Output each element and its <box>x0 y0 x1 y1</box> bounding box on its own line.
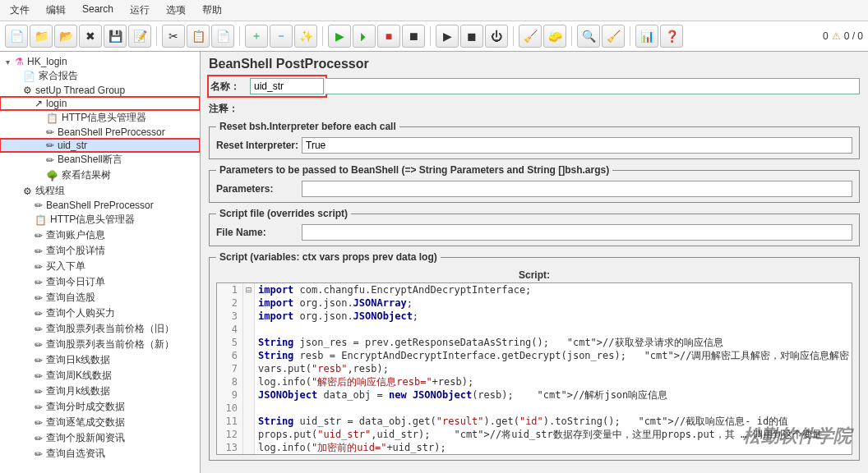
tree-item[interactable]: ✏查询周K线数据 <box>0 368 200 383</box>
menu-run[interactable]: 运行 <box>127 2 153 19</box>
tree-label: 查询个人购买力 <box>46 306 115 320</box>
code-line[interactable]: 1⊟import com.changfu.EncryptAndDecryptIn… <box>217 283 852 296</box>
tree-item[interactable]: ✏查询个股新闻资讯 <box>0 430 200 446</box>
tree-item[interactable]: ✏查询自选股 <box>0 290 200 305</box>
tree-label: uid_str <box>58 140 87 151</box>
save-as-icon[interactable]: 📝 <box>128 25 151 48</box>
clear-all-icon[interactable]: 🧽 <box>543 25 566 48</box>
stop-icon[interactable]: ■ <box>377 25 400 48</box>
remote-start-icon[interactable]: ▶ <box>436 25 459 48</box>
cut-icon[interactable]: ✂ <box>162 25 185 48</box>
tree-label: 查询今日订单 <box>46 275 105 289</box>
tree-item[interactable]: ✏BeanShell PreProcessor <box>0 199 200 212</box>
code-line[interactable]: 3import org.json.JSONObject; <box>217 310 852 323</box>
tree-item[interactable]: ✏查询股票列表当前价格（旧） <box>0 321 200 337</box>
tree-item[interactable]: ✏查询个股详情 <box>0 243 200 259</box>
menu-help[interactable]: 帮助 <box>199 2 225 19</box>
fieldset-file: Script file (overrides script) File Name… <box>209 208 860 246</box>
tree-item[interactable]: ✏查询逐笔成交数据 <box>0 415 200 430</box>
file-input[interactable] <box>302 224 852 241</box>
tree-item[interactable]: 📋HTTP信息头管理器 <box>0 110 200 126</box>
tree-item[interactable]: 📄家合报告 <box>0 68 200 84</box>
templates-icon[interactable]: 📁 <box>30 25 53 48</box>
code-line[interactable]: 12props.put("uid_str",uid_str); "cmt">//… <box>217 428 852 441</box>
tree-item[interactable]: ✏查询月k线数据 <box>0 383 200 399</box>
code-line[interactable]: 13log.info("加密前的uid="+uid_str); <box>217 441 852 454</box>
code-line[interactable]: 8log.info("解密后的响应信息resb="+resb); <box>217 375 852 388</box>
tree-icon: ✏ <box>35 370 43 382</box>
tree-icon: ✏ <box>35 324 43 335</box>
tree-icon: ✏ <box>35 402 43 413</box>
tree-item[interactable]: ✏查询自选资讯 <box>0 446 200 462</box>
warn-count: 0 <box>823 30 829 42</box>
tree-label: 察看结果树 <box>62 168 111 182</box>
tree-label: HTTP信息头管理器 <box>50 213 135 227</box>
tree-icon: ✏ <box>35 339 43 351</box>
tree-label: BeanShell断言 <box>58 153 122 167</box>
code-line[interactable]: 7vars.put("resb",resb); <box>217 362 852 375</box>
tree-icon: ✏ <box>35 200 43 211</box>
tree-item[interactable]: ✏查询账户信息 <box>0 227 200 243</box>
tree-item[interactable]: ⚙setUp Thread Group <box>0 84 200 97</box>
menu-search[interactable]: Search <box>79 2 117 19</box>
copy-icon[interactable]: 📋 <box>187 25 210 48</box>
search-icon[interactable]: 🔍 <box>577 25 600 48</box>
toolbar: 📄 📁 📂 ✖ 💾 📝 ✂ 📋 📄 ＋ － ✨ ▶ ⏵ ■ ⏹ ▶ ◼ ⏻ 🧹 … <box>0 21 868 52</box>
function-helper-icon[interactable]: 📊 <box>635 25 658 48</box>
tree-item[interactable]: ✏BeanShell PreProcessor <box>0 126 200 139</box>
menu-file[interactable]: 文件 <box>7 2 33 19</box>
name-input[interactable] <box>250 78 324 94</box>
tree-item[interactable]: ↗login <box>0 97 200 110</box>
tree-item[interactable]: ✏买入下单 <box>0 259 200 274</box>
code-line[interactable]: 5String json_res = prev.getResponseDataA… <box>217 336 852 349</box>
code-line[interactable]: 4 <box>217 323 852 336</box>
code-line[interactable]: 6String resb = EncryptAndDecryptInterfac… <box>217 349 852 362</box>
wand-icon[interactable]: ✨ <box>294 25 317 48</box>
comment-input[interactable] <box>248 101 860 116</box>
code-line[interactable]: 2import org.json.JSONArray; <box>217 296 852 310</box>
reset-input[interactable] <box>302 137 852 154</box>
code-line[interactable]: 11String uid_str = data_obj.get("result"… <box>217 415 852 428</box>
menu-options[interactable]: 选项 <box>163 2 189 19</box>
remote-stop-icon[interactable]: ◼ <box>460 25 483 48</box>
new-icon[interactable]: 📄 <box>5 25 28 48</box>
tree-item[interactable]: ✏uid_str <box>0 139 200 152</box>
menu-bar: 文件 编辑 Search 运行 选项 帮助 <box>0 0 868 21</box>
add-icon[interactable]: ＋ <box>245 25 268 48</box>
reset-search-icon[interactable]: 🧹 <box>602 25 625 48</box>
script-editor[interactable]: 1⊟import com.changfu.EncryptAndDecryptIn… <box>216 282 852 455</box>
tree-item[interactable]: ✏查询股票列表当前价格（新） <box>0 337 200 352</box>
status-area: 0 ⚠ 0 / 0 <box>823 30 863 42</box>
tree-item[interactable]: ⚙线程组 <box>0 183 200 199</box>
tree-item[interactable]: ✏查询今日订单 <box>0 274 200 290</box>
tree-item[interactable]: ✏BeanShell断言 <box>0 152 200 168</box>
tree-label: BeanShell PreProcessor <box>58 126 165 138</box>
tree-item[interactable]: 📋HTTP信息头管理器 <box>0 212 200 227</box>
tree-item[interactable]: ✏查询日k线数据 <box>0 352 200 368</box>
tree-icon: ✏ <box>35 292 43 304</box>
open-icon[interactable]: 📂 <box>54 25 77 48</box>
params-input[interactable] <box>302 181 852 197</box>
remote-shutdown-icon[interactable]: ⏻ <box>485 25 508 48</box>
paste-icon[interactable]: 📄 <box>211 25 234 48</box>
shutdown-icon[interactable]: ⏹ <box>402 25 425 48</box>
tree-item[interactable]: ✏查询个人购买力 <box>0 305 200 321</box>
help-icon[interactable]: ❓ <box>660 25 683 48</box>
tree-item[interactable]: 🌳察看结果树 <box>0 168 200 183</box>
menu-edit[interactable]: 编辑 <box>43 2 69 19</box>
tree-icon: ✏ <box>35 386 43 397</box>
name-input-ext[interactable] <box>326 78 860 94</box>
remove-icon[interactable]: － <box>270 25 293 48</box>
tree-root[interactable]: ▾⚗HK_login <box>0 55 200 68</box>
close-icon[interactable]: ✖ <box>79 25 102 48</box>
test-plan-tree[interactable]: ▾⚗HK_login 📄家合报告⚙setUp Thread Group↗logi… <box>0 52 201 473</box>
code-line[interactable]: 9JSONObject data_obj = new JSONObject(re… <box>217 388 852 402</box>
tree-label: HTTP信息头管理器 <box>62 111 146 125</box>
run-no-pause-icon[interactable]: ⏵ <box>353 25 376 48</box>
params-label: Parameters: <box>216 183 298 195</box>
save-icon[interactable]: 💾 <box>104 25 127 48</box>
run-icon[interactable]: ▶ <box>328 25 351 48</box>
tree-item[interactable]: ✏查询分时成交数据 <box>0 399 200 415</box>
code-line[interactable]: 10 <box>217 402 852 415</box>
clear-icon[interactable]: 🧹 <box>519 25 542 48</box>
